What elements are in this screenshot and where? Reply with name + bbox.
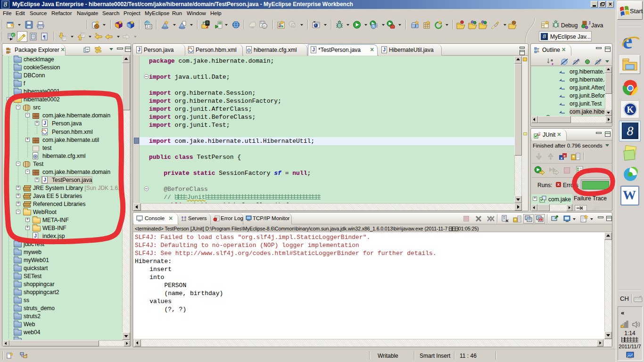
svg-text:x: x <box>540 218 542 221</box>
svg-text:2.0: 2.0 <box>147 25 151 28</box>
svg-text:J: J <box>414 24 416 28</box>
svg-text:x: x <box>563 154 566 158</box>
svg-text:K: K <box>627 105 634 115</box>
svg-text:¶: ¶ <box>43 34 46 40</box>
svg-text:z: z <box>552 61 553 66</box>
svg-text:R: R <box>292 25 295 27</box>
svg-text:C: C <box>12 33 15 37</box>
svg-text:J: J <box>588 20 590 25</box>
svg-text:U: U <box>537 132 540 137</box>
